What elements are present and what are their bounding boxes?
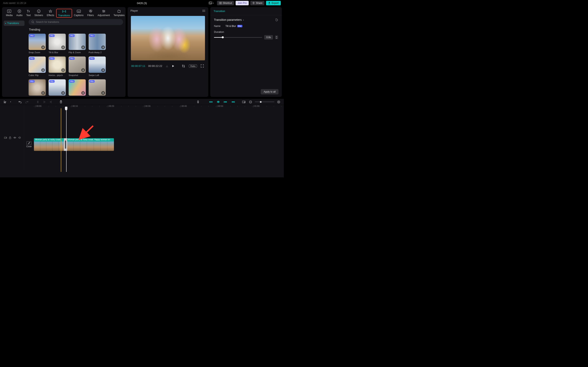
zoom-slider[interactable]: [255, 101, 274, 102]
cover-button[interactable]: Cover: [25, 141, 33, 148]
timeline-tracks[interactable]: Cover Woman party at rocky coast. Woman …: [24, 109, 284, 172]
join-pro-button[interactable]: Join Pro: [236, 1, 249, 5]
transition-thumb[interactable]: Pro: [49, 79, 66, 97]
svg-line-24: [34, 23, 34, 24]
ruler-tick: | 00:00: [34, 105, 41, 107]
tab-captions[interactable]: Captions: [72, 9, 85, 18]
transition-marker[interactable]: [64, 138, 67, 151]
transition-thumb[interactable]: ProSnapshot: [69, 57, 86, 76]
track-marker-icon[interactable]: [4, 136, 7, 139]
transition-thumb[interactable]: ProHorizo...iptych: [49, 57, 66, 76]
shortcut-button[interactable]: Shortcut: [217, 1, 234, 5]
tab-text[interactable]: Text: [24, 9, 33, 18]
snap-tool-4[interactable]: [230, 100, 236, 104]
sidebar-item-transitions[interactable]: Transitions: [4, 21, 25, 26]
track-lock-icon[interactable]: [9, 136, 11, 139]
export-button[interactable]: Export: [266, 1, 281, 5]
effects-icon: [48, 9, 53, 13]
playhead-knob[interactable]: [65, 107, 67, 110]
audio-icon: [17, 9, 22, 13]
download-icon[interactable]: [101, 68, 105, 72]
clip-1[interactable]: Woman party at rocky coast.: [34, 138, 65, 151]
share-button[interactable]: Share: [250, 1, 264, 5]
reset-icon[interactable]: [275, 18, 278, 21]
download-icon[interactable]: [61, 91, 65, 95]
transition-thumb[interactable]: ProPush Away 2: [89, 34, 106, 54]
tab-templates[interactable]: Templates: [112, 9, 127, 18]
download-icon[interactable]: [61, 45, 65, 49]
svg-point-23: [32, 21, 34, 23]
tab-stickers[interactable]: Stickers: [33, 9, 45, 18]
transition-thumb[interactable]: ProCubic Flip: [29, 57, 46, 76]
ruler-tick: | 00:40: [179, 105, 187, 107]
download-icon[interactable]: [101, 91, 105, 95]
svg-rect-38: [232, 101, 234, 102]
download-icon[interactable]: [101, 45, 105, 49]
collapse-icon[interactable]: ▴: [243, 19, 244, 21]
download-icon[interactable]: [41, 68, 45, 72]
zoom-out-icon[interactable]: [248, 100, 253, 104]
pro-badge: Pro: [29, 80, 35, 83]
tab-adjustment[interactable]: Adjustment: [96, 9, 112, 18]
duration-slider[interactable]: [214, 37, 262, 38]
tab-effects[interactable]: Effects: [45, 9, 56, 18]
download-icon[interactable]: [41, 45, 45, 49]
transition-thumb[interactable]: Pro: [89, 79, 106, 97]
download-icon[interactable]: [41, 91, 45, 95]
apply-all-button[interactable]: Apply to all: [261, 89, 278, 94]
search-input-wrap[interactable]: [29, 19, 123, 25]
snap-tool-2[interactable]: [216, 100, 221, 104]
split-tool[interactable]: [35, 100, 40, 104]
redo-button[interactable]: [25, 100, 29, 104]
transition-thumb[interactable]: ProTilt & Blur: [49, 34, 66, 54]
tab-transitions[interactable]: Transitions: [56, 9, 72, 18]
trim-left-tool[interactable]: [42, 100, 47, 104]
selection-tool[interactable]: [3, 100, 7, 104]
pro-badge: Pro: [49, 57, 54, 60]
delete-tool[interactable]: [59, 100, 63, 104]
transition-thumb[interactable]: ProSnap Zoom: [29, 34, 46, 54]
thumb-label: Snapshot: [69, 74, 86, 76]
download-icon[interactable]: [81, 91, 85, 95]
tab-filters[interactable]: Filters: [85, 9, 96, 18]
autosave-status: Auto saved: 11:26:14: [3, 2, 26, 4]
download-icon[interactable]: [81, 45, 85, 49]
svg-rect-28: [198, 100, 199, 102]
track-mute-icon[interactable]: [18, 136, 21, 139]
ratio-button[interactable]: Ratio: [189, 64, 197, 68]
tab-media[interactable]: Media: [4, 9, 15, 18]
zoom-in-icon[interactable]: [277, 100, 281, 104]
download-icon[interactable]: [81, 68, 85, 72]
properties-panel: Transition Transition parameters ▴ Name …: [210, 7, 282, 97]
player-menu-icon[interactable]: [202, 9, 205, 12]
crop-icon[interactable]: [181, 64, 186, 68]
snap-tool-3[interactable]: [223, 100, 228, 104]
mic-icon[interactable]: [196, 100, 200, 104]
transition-thumb[interactable]: ProSwipe Left: [89, 57, 106, 76]
fullscreen-icon[interactable]: [200, 64, 205, 68]
svg-rect-47: [4, 137, 6, 138]
pro-badge: Pro: [69, 57, 75, 60]
pro-badge: Pro: [69, 34, 75, 37]
play-button[interactable]: [171, 64, 175, 68]
search-input[interactable]: [36, 21, 120, 24]
ruler-tick: | 00:30: [143, 105, 150, 107]
track-visibility-icon[interactable]: [13, 137, 16, 139]
trim-right-tool[interactable]: [49, 100, 53, 104]
props-tab-transition[interactable]: Transition: [210, 7, 282, 15]
transition-thumb[interactable]: Pro: [69, 79, 86, 97]
pro-badge: Pro: [49, 80, 54, 83]
duration-stepper[interactable]: ▲▼: [275, 35, 278, 39]
duration-value[interactable]: 0.8s: [264, 35, 273, 40]
preview-window-icon[interactable]: [241, 100, 246, 104]
download-icon[interactable]: [61, 68, 65, 72]
library-panel: Media Audio Text Stickers Effects Transi…: [2, 7, 126, 97]
undo-button[interactable]: [17, 100, 22, 104]
aspect-menu-icon[interactable]: ▾: [207, 1, 215, 5]
tab-audio[interactable]: Audio: [15, 9, 25, 18]
preview-viewport[interactable]: [131, 16, 205, 60]
transition-thumb[interactable]: ProFlip & Zoom: [69, 34, 86, 54]
snap-tool-1[interactable]: [208, 100, 214, 104]
tool-dropdown[interactable]: ▾: [9, 100, 12, 103]
transition-thumb[interactable]: Pro: [29, 79, 46, 97]
